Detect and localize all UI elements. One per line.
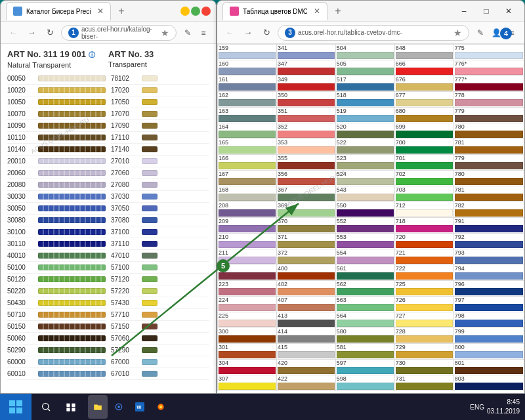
maximize-btn-1[interactable] [191, 7, 200, 16]
dmc-color-swatch [278, 351, 335, 358]
back-btn-2[interactable]: ← [222, 26, 237, 40]
dmc-color-swatch [219, 383, 276, 390]
dmc-number: 349 [278, 77, 335, 83]
url-box-2[interactable]: 3 acus.orel-hor.ru/tablica-cvetov-dmc- ★ [278, 25, 469, 41]
taskbar-firefox[interactable] [151, 395, 171, 419]
dmc-color-swatch [337, 320, 394, 327]
dmc-number: 522 [337, 140, 394, 146]
star-icon-2[interactable]: ★ [453, 28, 462, 38]
biser-swatch-right [142, 182, 158, 188]
dmc-number: 414 [278, 329, 335, 335]
tab-biser[interactable]: Каталог Бисера Preciosa | Выш... ✕ [6, 2, 111, 20]
biser-code-left: 30110 [7, 240, 36, 247]
back-btn-1[interactable]: ← [6, 26, 20, 40]
bookmark-icon-2[interactable]: ✎ [473, 26, 488, 40]
date-display: 03.11.2019 [487, 407, 520, 416]
dmc-number: 778 [455, 93, 523, 98]
biser-code-left: 50150 [7, 323, 36, 330]
dmc-color-swatch [455, 52, 523, 59]
dmc-color-swatch [396, 68, 453, 75]
svg-rect-4 [9, 400, 15, 406]
biser-swatch-right [142, 217, 158, 223]
dmc-number: 413 [278, 313, 335, 319]
dmc-color-swatch [219, 52, 276, 59]
dmc-number: 164 [219, 124, 276, 130]
dmc-number: 211 [219, 250, 276, 256]
dmc-color-swatch [337, 209, 394, 217]
svg-text:W: W [136, 404, 142, 410]
biser-swatch-left [38, 312, 106, 318]
biser-swatch-right [142, 347, 158, 353]
minimize-btn-1[interactable] [180, 7, 190, 16]
biser-row-left: 10140 [7, 144, 106, 156]
star-icon-1[interactable]: ★ [161, 28, 169, 38]
dmc-color-swatch [278, 225, 335, 232]
tab-label-1: Каталог Бисера Preciosa | Выш... [26, 8, 91, 15]
dmc-number: 165 [219, 140, 276, 146]
dmc-number: 225 [219, 313, 276, 319]
biser-swatch-left [38, 359, 106, 365]
taskbar-word[interactable]: W [130, 395, 150, 419]
dmc-number: 351 [278, 108, 335, 114]
biser-row-right: 17020 [111, 85, 209, 96]
dmc-number: 402 [278, 282, 335, 287]
close-btn-1[interactable] [201, 7, 211, 16]
new-tab-btn-2[interactable]: + [330, 3, 346, 19]
biser-code-left: 10050 [7, 98, 36, 106]
forward-btn-1[interactable]: → [24, 26, 39, 40]
menu-icon-1[interactable]: ≡ [196, 26, 211, 40]
dmc-color-swatch [278, 99, 335, 106]
forward-btn-2[interactable]: → [241, 26, 255, 40]
taskbar-apps: W [85, 395, 465, 419]
tray-lang[interactable]: ENG [470, 404, 484, 411]
close-btn-2[interactable]: ✕ [498, 2, 519, 20]
dmc-number: 400 [278, 266, 335, 272]
maximize-btn-2[interactable]: □ [476, 2, 497, 20]
dmc-table-row: 168367543703781 [218, 186, 524, 202]
biser-swatch-left [38, 87, 106, 93]
biser-row-right: 17110 [111, 132, 209, 144]
dmc-color-swatch [337, 68, 394, 75]
tab-dmc[interactable]: Таблица цветов DMC | Вышив... ✕ [222, 2, 327, 20]
url-box-1[interactable]: 1 acus.orel-hor.ru/katalog-biser- ★ [61, 25, 177, 41]
taskbar-explorer[interactable] [88, 395, 108, 419]
bookmark-icon-1[interactable]: ✎ [180, 26, 195, 40]
new-tab-btn-1[interactable]: + [114, 3, 129, 19]
dmc-color-swatch [219, 351, 276, 358]
biser-code-right: 37100 [111, 228, 140, 236]
url-badge-2: 3 [285, 28, 295, 38]
refresh-btn-2[interactable]: ↻ [259, 26, 274, 40]
biser-content: ART No. 311 19 001 ⓘ Natural Transparent… [1, 44, 216, 394]
dmc-number: 355 [278, 156, 335, 161]
dmc-color-swatch [278, 209, 335, 217]
biser-code-right: 27010 [111, 158, 140, 165]
biser-swatch-right [142, 123, 158, 129]
dmc-color-swatch [396, 131, 453, 138]
biser-row-right: 17140 [111, 144, 209, 156]
task-view-btn[interactable] [59, 395, 83, 419]
dmc-color-swatch [219, 367, 276, 374]
refresh-btn-1[interactable]: ↻ [43, 26, 57, 40]
dmc-color-swatch [337, 383, 394, 390]
dmc-table-row: 224407563726797 [218, 297, 524, 312]
dmc-number: 524 [337, 171, 394, 177]
start-button[interactable] [0, 394, 32, 420]
biser-code-left: 30030 [7, 193, 36, 200]
biser-code-right: 17110 [111, 134, 140, 141]
dmc-color-swatch [219, 225, 276, 232]
tab-close-2[interactable]: ✕ [314, 7, 320, 16]
tab-favicon-2 [230, 7, 239, 16]
dmc-color-swatch [219, 146, 276, 154]
tabs-2: Таблица цветов DMC | Вышив... ✕ + [222, 2, 448, 20]
dmc-number: 718 [396, 219, 453, 224]
search-taskbar-btn[interactable] [34, 395, 58, 419]
taskbar-chrome[interactable] [109, 395, 129, 419]
biser-row-left: 20080 [7, 179, 106, 191]
minimize-btn-2[interactable]: – [453, 2, 474, 20]
biser-code-left: 60010 [7, 370, 36, 377]
biser-swatch-right [142, 312, 158, 318]
biser-row-left: 30110 [7, 238, 106, 250]
biser-swatch-right [142, 359, 158, 365]
info-icon-1[interactable]: ⓘ [89, 51, 95, 58]
tab-close-1[interactable]: ✕ [97, 7, 104, 16]
